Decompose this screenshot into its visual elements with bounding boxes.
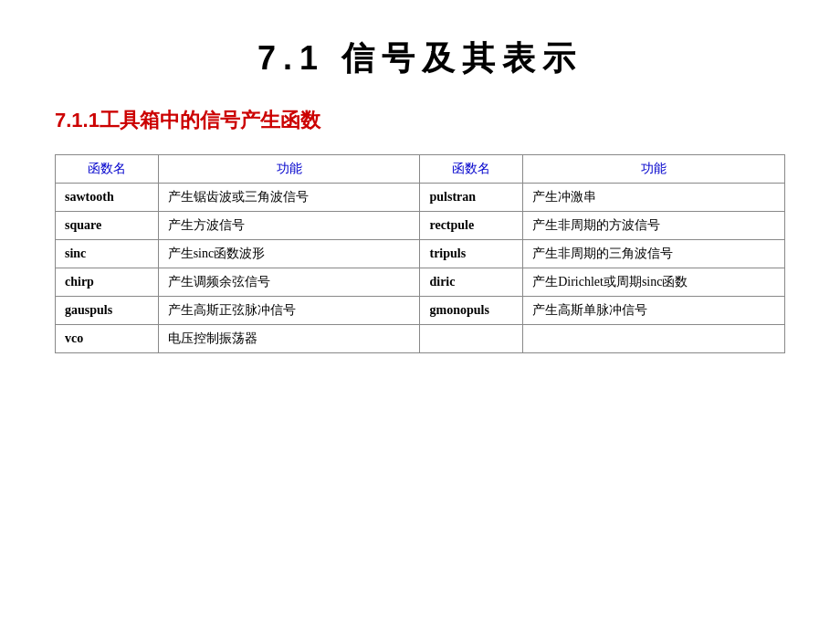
table-cell-2-3: 产生非周期的三角波信号 — [523, 240, 785, 268]
table-cell-3-0: chirp — [56, 268, 159, 297]
table-cell-5-2 — [420, 325, 523, 353]
table-cell-4-1: 产生高斯正弦脉冲信号 — [158, 297, 420, 325]
table-cell-0-2: pulstran — [420, 184, 523, 212]
page-container: 7.1 信号及其表示 7.1.1工具箱中的信号产生函数 函数名 功能 函数名 功… — [0, 0, 840, 630]
table-row: sawtooth产生锯齿波或三角波信号pulstran产生冲激串 — [56, 184, 785, 212]
table-cell-3-2: diric — [420, 268, 523, 297]
table-cell-1-1: 产生方波信号 — [158, 212, 420, 240]
function-table: 函数名 功能 函数名 功能 sawtooth产生锯齿波或三角波信号pulstra… — [55, 154, 785, 353]
table-cell-1-2: rectpule — [420, 212, 523, 240]
table-cell-2-0: sinc — [56, 240, 159, 268]
table-cell-4-0: gauspuls — [56, 297, 159, 325]
table-cell-5-1: 电压控制振荡器 — [158, 325, 420, 353]
table-row: square产生方波信号rectpule产生非周期的方波信号 — [56, 212, 785, 240]
table-row: sinc产生sinc函数波形tripuls产生非周期的三角波信号 — [56, 240, 785, 268]
table-cell-3-3: 产生Dirichlet或周期sinc函数 — [523, 268, 785, 297]
table-cell-0-3: 产生冲激串 — [523, 184, 785, 212]
table-cell-3-1: 产生调频余弦信号 — [158, 268, 420, 297]
table-cell-4-2: gmonopuls — [420, 297, 523, 325]
table-cell-5-0: vco — [56, 325, 159, 353]
table-cell-2-2: tripuls — [420, 240, 523, 268]
table-cell-2-1: 产生sinc函数波形 — [158, 240, 420, 268]
col-header-func2: 函数名 — [420, 155, 523, 184]
section-title: 7.1.1工具箱中的信号产生函数 — [55, 107, 785, 134]
main-title: 7.1 信号及其表示 — [55, 37, 785, 81]
table-row: chirp产生调频余弦信号diric产生Dirichlet或周期sinc函数 — [56, 268, 785, 297]
table-cell-0-0: sawtooth — [56, 184, 159, 212]
table-row: gauspuls产生高斯正弦脉冲信号gmonopuls产生高斯单脉冲信号 — [56, 297, 785, 325]
table-cell-5-3 — [523, 325, 785, 353]
col-header-desc1: 功能 — [158, 155, 420, 184]
table-cell-0-1: 产生锯齿波或三角波信号 — [158, 184, 420, 212]
col-header-func1: 函数名 — [56, 155, 159, 184]
table-cell-1-3: 产生非周期的方波信号 — [523, 212, 785, 240]
table-header-row: 函数名 功能 函数名 功能 — [56, 155, 785, 184]
table-cell-1-0: square — [56, 212, 159, 240]
table-cell-4-3: 产生高斯单脉冲信号 — [523, 297, 785, 325]
col-header-desc2: 功能 — [523, 155, 785, 184]
table-row: vco电压控制振荡器 — [56, 325, 785, 353]
